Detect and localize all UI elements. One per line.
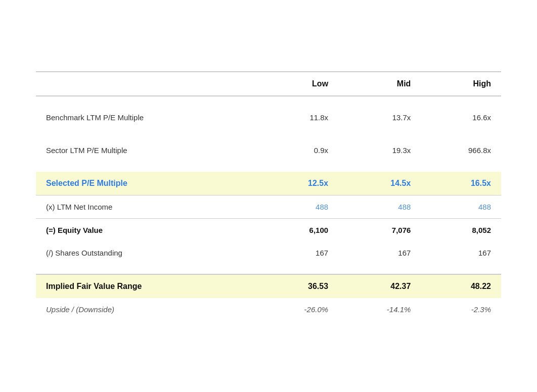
cell-implied-fair-value-col3: 42.37 [338,274,421,298]
table-row [36,129,501,139]
cell-equity-value-col4: 8,052 [421,219,501,242]
table-row [36,264,501,274]
table-row: Implied Fair Value Range36.5342.3748.22 [36,274,501,298]
cell-equity-value-col2: 6,100 [256,219,338,242]
cell-shares-outstanding-col1: (/) Shares Outstanding [36,241,256,264]
cell-benchmark-pe-col4: 16.6x [421,106,501,129]
cell-selected-pe-col3: 14.5x [338,172,421,195]
cell-upside-downside-col3: -14.1% [338,298,421,321]
table-row: (/) Shares Outstanding167167167 [36,241,501,264]
cell-shares-outstanding-col4: 167 [421,241,501,264]
valuation-table-container: Low Mid High Benchmark LTM P/E Multiple1… [16,61,521,331]
table-header-row: Low Mid High [36,72,501,96]
cell-selected-pe-col2: 12.5x [256,172,338,195]
table-row: Upside / (Downside)-26.0%-14.1%-2.3% [36,298,501,321]
cell-benchmark-pe-col3: 13.7x [338,106,421,129]
cell-sector-pe-col2: 0.9x [256,139,338,162]
cell-implied-fair-value-col1: Implied Fair Value Range [36,274,256,298]
table-row: Benchmark LTM P/E Multiple11.8x13.7x16.6… [36,106,501,129]
cell-sector-pe-col4: 966.8x [421,139,501,162]
cell-implied-fair-value-col4: 48.22 [421,274,501,298]
cell-upside-downside-col4: -2.3% [421,298,501,321]
cell-upside-downside-col2: -26.0% [256,298,338,321]
cell-shares-outstanding-col3: 167 [338,241,421,264]
header-label-col [36,72,256,96]
cell-selected-pe-col4: 16.5x [421,172,501,195]
valuation-table: Low Mid High Benchmark LTM P/E Multiple1… [36,71,501,321]
header-mid: Mid [338,72,421,96]
cell-selected-pe-col1: Selected P/E Multiple [36,172,256,195]
cell-ltm-net-income-col3: 488 [338,195,421,219]
cell-shares-outstanding-col2: 167 [256,241,338,264]
table-row: Sector LTM P/E Multiple0.9x19.3x966.8x [36,139,501,162]
cell-benchmark-pe-col1: Benchmark LTM P/E Multiple [36,106,256,129]
table-row: Selected P/E Multiple12.5x14.5x16.5x [36,172,501,195]
cell-ltm-net-income-col1: (x) LTM Net Income [36,195,256,219]
cell-equity-value-col1: (=) Equity Value [36,219,256,242]
cell-upside-downside-col1: Upside / (Downside) [36,298,256,321]
cell-benchmark-pe-col2: 11.8x [256,106,338,129]
cell-ltm-net-income-col2: 488 [256,195,338,219]
table-row [36,162,501,172]
header-high: High [421,72,501,96]
cell-implied-fair-value-col2: 36.53 [256,274,338,298]
table-row: (=) Equity Value6,1007,0768,052 [36,219,501,242]
cell-sector-pe-col3: 19.3x [338,139,421,162]
table-row [36,96,501,106]
header-low: Low [256,72,338,96]
cell-sector-pe-col1: Sector LTM P/E Multiple [36,139,256,162]
cell-equity-value-col3: 7,076 [338,219,421,242]
table-row: (x) LTM Net Income488488488 [36,195,501,219]
cell-ltm-net-income-col4: 488 [421,195,501,219]
